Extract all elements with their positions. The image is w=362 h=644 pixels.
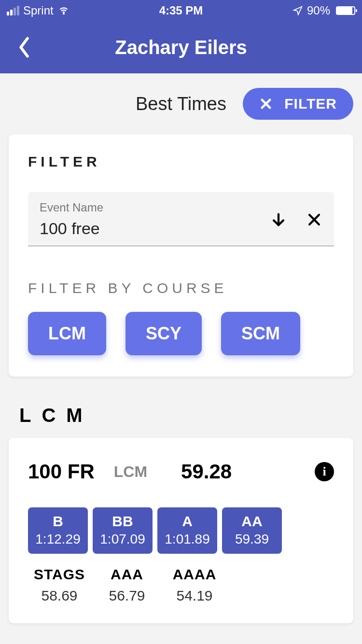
standard-label: BB (95, 513, 151, 530)
standards-plain-row: STAGS 58.69 AAA 56.79 AAAA 54.19 (28, 566, 334, 604)
wifi-icon (57, 6, 70, 15)
page-header: Best Times FILTER (0, 73, 362, 134)
back-button[interactable] (14, 34, 34, 61)
section-lcm-label: LCM (19, 405, 362, 426)
course-chip-row: LCM SCY SCM (28, 312, 334, 355)
info-icon: i (322, 464, 326, 479)
signal-icon (7, 6, 19, 15)
close-icon (259, 97, 273, 111)
status-bar: Sprint 4:35 PM 90% (0, 0, 362, 21)
course-chip-scm[interactable]: SCM (221, 312, 300, 355)
event-time: 59.28 (181, 460, 232, 483)
arrow-down-icon[interactable] (270, 211, 287, 228)
standard-aa[interactable]: AA 59.39 (222, 507, 282, 554)
standard-label: A (159, 513, 215, 530)
clear-icon[interactable] (306, 211, 322, 228)
standard-time: 59.39 (224, 532, 280, 547)
status-left: Sprint (7, 4, 70, 17)
status-time: 4:35 PM (159, 4, 203, 17)
result-line: 100 FR LCM 59.28 i (28, 460, 334, 483)
filter-button-label: FILTER (284, 96, 337, 112)
info-button[interactable]: i (315, 462, 334, 481)
battery-icon (334, 6, 355, 15)
event-name-field[interactable]: Event Name 100 free (28, 192, 334, 246)
svg-point-0 (63, 13, 64, 14)
standard-time: 1:07.09 (95, 532, 151, 547)
standard-time: 1:01.89 (159, 532, 215, 547)
standard-time: 1:12.29 (30, 532, 86, 547)
standards-highlighted-row: B 1:12.29 BB 1:07.09 A 1:01.89 AA 59.39 (28, 507, 334, 554)
standard-aaaa: AAAA 54.19 (163, 566, 226, 604)
course-chip-lcm[interactable]: LCM (28, 312, 106, 355)
location-icon (292, 5, 303, 16)
event-name: 100 FR (28, 460, 95, 483)
status-right: 90% (292, 4, 355, 17)
filter-card: FILTER Event Name 100 free FILTER BY COU… (9, 134, 353, 377)
standard-stags: STAGS 58.69 (28, 566, 91, 604)
standard-label: AAA (96, 566, 158, 583)
battery-percent: 90% (307, 4, 330, 17)
standard-label: STAGS (28, 566, 91, 583)
carrier-label: Sprint (23, 4, 54, 17)
page-title: Zachary Eilers (0, 37, 362, 58)
filter-toggle-button[interactable]: FILTER (243, 88, 353, 120)
filter-course-label: FILTER BY COURSE (28, 280, 334, 296)
standard-a[interactable]: A 1:01.89 (157, 507, 217, 554)
section-title: Best Times (136, 94, 226, 114)
battery-fill (337, 7, 352, 14)
course-chip-scy[interactable]: SCY (125, 312, 202, 355)
filter-card-label: FILTER (28, 154, 334, 170)
standard-bb[interactable]: BB 1:07.09 (93, 507, 153, 554)
standard-b[interactable]: B 1:12.29 (28, 507, 88, 554)
standard-label: AAAA (163, 566, 226, 583)
nav-header: Zachary Eilers (0, 21, 362, 73)
standard-label: B (30, 513, 86, 530)
chevron-left-icon (17, 36, 31, 58)
result-card: 100 FR LCM 59.28 i B 1:12.29 BB 1:07.09 … (9, 438, 353, 623)
event-course: LCM (114, 463, 147, 481)
standard-label: AA (224, 513, 280, 530)
event-name-label: Event Name (40, 201, 270, 214)
event-name-value: 100 free (40, 219, 270, 238)
standard-aaa: AAA 56.79 (96, 566, 158, 604)
standard-time: 56.79 (96, 588, 158, 604)
standard-time: 54.19 (163, 588, 226, 604)
standard-time: 58.69 (28, 588, 91, 604)
